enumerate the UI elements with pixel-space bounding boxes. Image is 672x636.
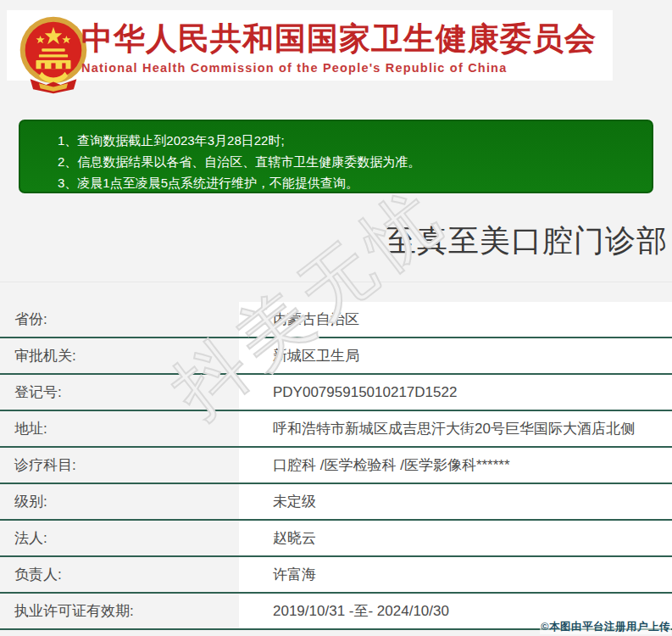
field-value: 内蒙古自治区 [239,302,672,337]
clinic-detail-table: 省份: 内蒙古自治区 审批机关: 新城区卫生局 登记号: PDY00795915… [0,302,672,630]
field-label: 省份: [0,302,239,337]
field-label: 登记号: [0,375,239,410]
site-title-en: National Health Commission of the People… [81,61,607,75]
field-value: 赵晓云 [239,521,672,555]
notice-item: 1、查询数据截止到2023年3月28日22时; [58,130,643,151]
section-divider [0,282,672,282]
site-header: 中华人民共和国国家卫生健康委员会 National Health Commiss… [7,10,613,81]
header-titles: 中华人民共和国国家卫生健康委员会 National Health Commiss… [81,22,607,75]
query-notice-panel: 1、查询数据截止到2023年3月28日22时; 2、信息数据结果以各省、自治区、… [19,120,653,193]
field-label: 审批机关: [0,338,239,373]
field-label: 法人: [0,521,239,555]
field-value: PDY00795915010217D1522 [239,375,672,410]
table-row-registration-number: 登记号: PDY00795915010217D1522 [0,375,672,411]
field-label: 级别: [0,484,239,519]
clinic-name-title: 至真至美口腔门诊部 [386,220,668,262]
field-label: 执业许可证有效期: [0,594,239,628]
table-row-address: 地址: 呼和浩特市新城区成吉思汗大街20号巨华国际大酒店北侧 [0,411,672,448]
field-value: 许富海 [239,557,672,592]
field-label: 负责人: [0,557,239,592]
field-value: 口腔科 /医学检验科 /医学影像科****** [239,448,672,483]
field-value: 呼和浩特市新城区成吉思汗大街20号巨华国际大酒店北侧 [239,411,672,446]
notice-item: 3、凌晨1点至凌晨5点系统进行维护，不能提供查询。 [58,172,643,193]
table-row-approval-authority: 审批机关: 新城区卫生局 [0,338,672,375]
field-label: 诊疗科目: [0,448,239,483]
upload-copyright-note: ©本图由平台注册用户上传 [540,620,671,634]
notice-item: 2、信息数据结果以各省、自治区、直辖市卫生健康委数据为准。 [58,151,643,172]
table-row-treatment-subjects: 诊疗科目: 口腔科 /医学检验科 /医学影像科****** [0,448,672,484]
field-value: 新城区卫生局 [239,338,672,373]
field-value: 未定级 [239,484,672,519]
table-row-legal-person: 法人: 赵晓云 [0,521,672,557]
table-row-person-in-charge: 负责人: 许富海 [0,557,672,594]
field-label: 地址: [0,411,239,446]
national-emblem-icon [15,15,92,95]
table-row-province: 省份: 内蒙古自治区 [0,302,672,338]
table-row-level: 级别: 未定级 [0,484,672,521]
site-title-cn: 中华人民共和国国家卫生健康委员会 [81,22,607,56]
